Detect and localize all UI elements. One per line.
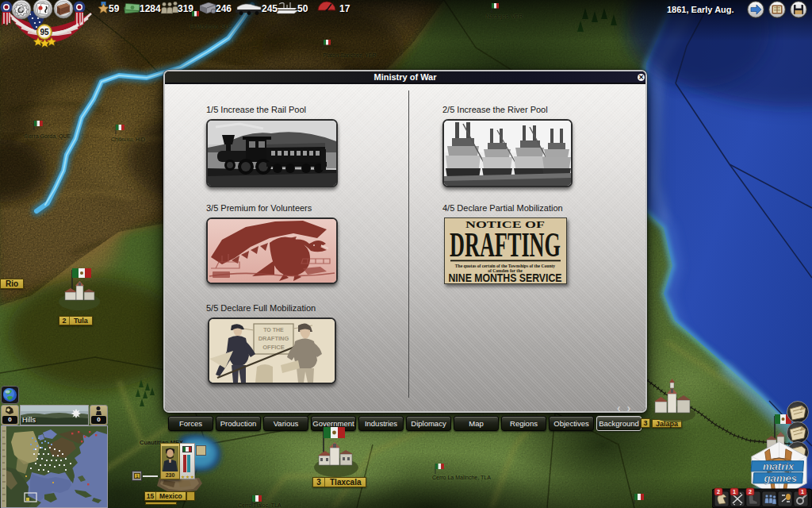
svg-text:2: 2: [749, 489, 752, 495]
svg-text:1: 1: [733, 489, 736, 495]
svg-text:matrix: matrix: [763, 460, 795, 472]
svg-text:The quotas of certain of the T: The quotas of certain of the Townships o…: [455, 264, 556, 268]
svg-text:2: 2: [717, 489, 720, 495]
svg-text:DRAFTING: DRAFTING: [450, 225, 561, 264]
svg-text:1: 1: [801, 489, 804, 495]
svg-text:OFFICE: OFFICE: [262, 344, 285, 351]
svg-text:95: 95: [40, 28, 49, 37]
svg-text:games: games: [764, 472, 798, 484]
svg-text:NINE MONTHS SERVICE: NINE MONTHS SERVICE: [449, 271, 562, 283]
svg-text:DRAFTING: DRAFTING: [259, 335, 289, 342]
svg-text:TO THE: TO THE: [263, 327, 284, 333]
